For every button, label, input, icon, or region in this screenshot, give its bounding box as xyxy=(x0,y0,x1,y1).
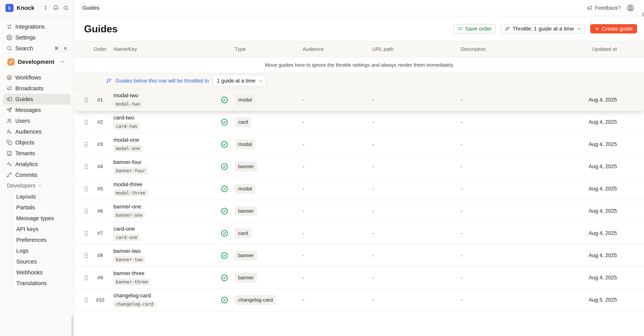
sidebar-item-partials[interactable]: Partials xyxy=(3,202,71,213)
sidebar-item-messages[interactable]: Messages xyxy=(3,105,71,115)
column-header-type: Type xyxy=(230,46,297,52)
environment-switcher[interactable]: Development xyxy=(3,56,71,67)
sidebar-item-logs[interactable]: Logs xyxy=(3,245,71,256)
page-header: Guides Save order Throttle: 1 guide at a… xyxy=(74,17,644,41)
sidebar-item-integrations[interactable]: Integrations xyxy=(3,21,71,32)
account-avatar-icon[interactable] xyxy=(626,4,634,12)
table-row[interactable]: #8banner-twobanner-twobanner---Aug 4, 20… xyxy=(74,245,644,267)
sidebar-item-layouts[interactable]: Layouts xyxy=(3,191,71,202)
published-check-icon xyxy=(220,96,228,104)
column-header-description: Description xyxy=(454,46,581,52)
row-updated-at: Aug 4, 2025 xyxy=(581,186,617,192)
developers-section-toggle[interactable]: Developers xyxy=(3,181,71,190)
type-badge: modal xyxy=(235,184,255,194)
table-row[interactable]: #1modal-twomodal-twomodal---Aug 4, 2025 xyxy=(74,89,644,111)
save-order-button[interactable]: Save order xyxy=(454,24,496,33)
unthrottled-dropzone[interactable]: Move guides here to ignore the throttle … xyxy=(74,57,644,73)
sidebar-item-objects[interactable]: Objects xyxy=(3,137,71,148)
sidebar-item-sources[interactable]: Sources xyxy=(3,256,71,267)
row-url-path: - xyxy=(366,297,454,303)
throttle-divider-text: Guides below this row will be throttled … xyxy=(116,78,209,84)
workspace-switcher-icon[interactable] xyxy=(43,5,48,11)
table-row[interactable]: #3modal-onemodal-onemodal---Aug 4, 2025 xyxy=(74,133,644,156)
quick-search-icon[interactable] xyxy=(63,5,69,11)
published-check-icon xyxy=(220,118,228,126)
guide-key-badge: modal-two xyxy=(114,101,142,108)
throttle-divider-row: Guides below this row will be throttled … xyxy=(74,73,644,89)
guide-name[interactable]: banner-two xyxy=(114,248,140,254)
row-description: - xyxy=(454,297,581,303)
sidebar-item-label: Commits xyxy=(15,172,37,178)
row-name-key: modal-onemodal-one xyxy=(110,137,219,152)
subnav-indent-line xyxy=(10,192,11,287)
published-check-icon xyxy=(220,163,228,170)
row-type: banner xyxy=(230,206,297,216)
sidebar-item-settings[interactable]: Settings xyxy=(3,32,71,43)
sidebar-item-translations[interactable]: Translations xyxy=(3,278,71,289)
guide-name[interactable]: modal-one xyxy=(114,137,139,143)
row-updated-at: Aug 4, 2025 xyxy=(581,141,617,147)
drag-handle[interactable] xyxy=(82,297,91,303)
row-name-key: card-onecard-one xyxy=(110,226,219,241)
guide-name[interactable]: modal-two xyxy=(114,92,138,99)
feedback-button[interactable]: Feedback? xyxy=(587,5,621,11)
row-name-key: card-twocard-two xyxy=(110,115,219,130)
sidebar-item-users[interactable]: Users xyxy=(3,115,71,126)
drag-handle[interactable] xyxy=(82,97,91,103)
guide-name[interactable]: card-two xyxy=(114,115,134,121)
throttle-amount-select[interactable]: 1 guide at a time xyxy=(212,75,266,87)
guide-name[interactable]: card-one xyxy=(114,226,135,232)
drag-handle[interactable] xyxy=(82,163,91,170)
notifications-bell-icon[interactable] xyxy=(53,5,59,11)
row-description: - xyxy=(454,119,581,125)
guide-name[interactable]: modal-three xyxy=(114,181,142,187)
sidebar-item-search[interactable]: Search⌘K xyxy=(3,43,71,54)
table-row[interactable]: #9banner-threebanner-threebanner---Aug 4… xyxy=(74,267,644,289)
guide-name[interactable]: changelog-card xyxy=(114,293,151,299)
drag-handle[interactable] xyxy=(82,208,91,214)
sidebar-scrollbar-thumb[interactable] xyxy=(72,317,73,336)
table-row[interactable]: #7card-onecard-onecard---Aug 4, 2025 xyxy=(74,222,644,245)
chevron-down-icon xyxy=(258,79,263,83)
sidebar-item-commits[interactable]: Commits xyxy=(3,169,71,180)
row-name-key: changelog-cardchangelog-card xyxy=(110,293,219,308)
sidebar-item-message-types[interactable]: Message types xyxy=(3,213,71,224)
sidebar-item-label: Workflows xyxy=(15,74,41,81)
drag-handle[interactable] xyxy=(82,185,91,192)
sidebar-item-guides[interactable]: Guides xyxy=(3,94,71,105)
table-row[interactable]: #10changelog-cardchangelog-cardchangelog… xyxy=(74,289,644,311)
row-status xyxy=(219,185,230,193)
drag-handle[interactable] xyxy=(82,119,91,126)
save-order-label: Save order xyxy=(465,26,492,32)
row-audience: - xyxy=(297,230,366,236)
sidebar-item-webhooks[interactable]: Webhooks xyxy=(3,267,71,278)
table-row[interactable]: #6banner-onebanner-onebanner---Aug 4, 20… xyxy=(74,200,644,222)
drag-handle[interactable] xyxy=(82,252,91,259)
table-row[interactable]: #5modal-threemodal-threemodal---Aug 4, 2… xyxy=(74,178,644,200)
sidebar-item-workflows[interactable]: Workflows xyxy=(3,72,71,83)
guide-name[interactable]: banner-three xyxy=(114,270,144,276)
table-row[interactable]: #2card-twocard-twocard---Aug 4, 2025 xyxy=(74,111,644,133)
sidebar-item-broadcasts[interactable]: Broadcasts xyxy=(3,83,71,94)
throttle-dropdown-button[interactable]: Throttle: 1 guide at a time xyxy=(501,24,585,33)
drag-handle[interactable] xyxy=(82,141,91,148)
guide-name[interactable]: banner-four xyxy=(114,159,142,165)
sidebar-item-preferences[interactable]: Preferences xyxy=(3,234,71,245)
page-title: Guides xyxy=(84,23,118,35)
sidebar-item-tenants[interactable]: Tenants xyxy=(3,148,71,159)
kbd-key: ⌘ xyxy=(53,45,60,52)
drag-handle[interactable] xyxy=(82,230,91,237)
sidebar-item-analytics[interactable]: Analytics xyxy=(3,159,71,169)
sidebar-item-label: Settings xyxy=(15,34,36,41)
table-row[interactable]: #4banner-fourbanner-fourbanner---Aug 4, … xyxy=(74,156,644,178)
sidebar-item-label: Guides xyxy=(15,96,33,102)
integrations-icon xyxy=(6,24,12,29)
sidebar-item-audiences[interactable]: Audiences xyxy=(3,126,71,137)
commit-icon xyxy=(6,172,12,178)
row-audience: - xyxy=(297,164,366,169)
drag-handle[interactable] xyxy=(82,275,91,281)
guide-name[interactable]: banner-one xyxy=(114,203,141,210)
row-url-path: - xyxy=(366,275,454,281)
create-guide-button[interactable]: Create guide xyxy=(590,24,637,33)
sidebar-item-api-keys[interactable]: API keys xyxy=(3,224,71,234)
